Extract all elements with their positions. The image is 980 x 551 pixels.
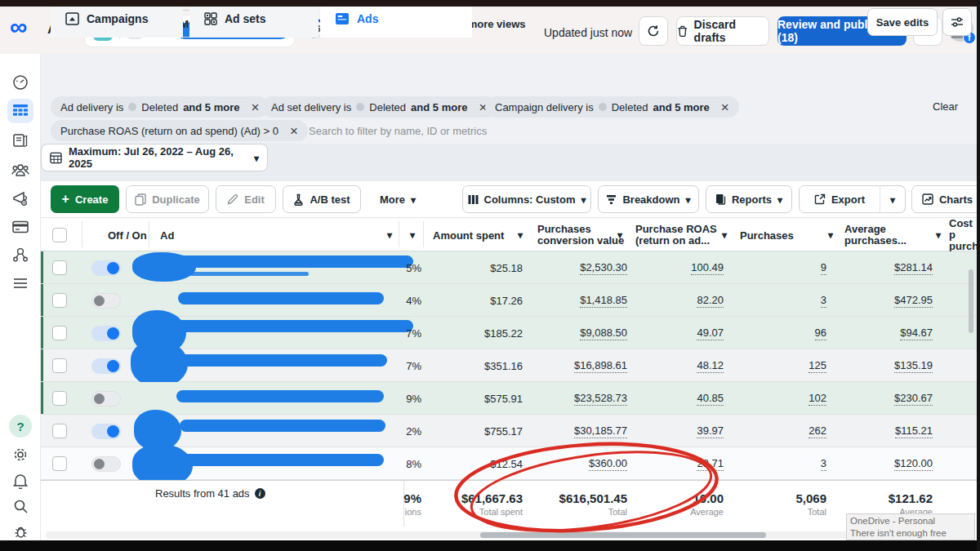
- metric-purchases[interactable]: 125: [808, 359, 826, 373]
- edit-button[interactable]: Edit: [216, 185, 276, 213]
- metric-purchases[interactable]: 102: [808, 392, 826, 406]
- metric-purchases[interactable]: 3: [821, 457, 826, 471]
- metric-average[interactable]: $230.67: [894, 392, 933, 406]
- create-button[interactable]: Create: [51, 185, 119, 213]
- sort-caret[interactable]: [518, 218, 523, 252]
- row-toggle-off[interactable]: [91, 456, 121, 472]
- horizontal-scrollbar-thumb[interactable]: [480, 532, 766, 538]
- view-settings-button[interactable]: [942, 8, 972, 36]
- breakdown-button[interactable]: Breakdown: [598, 185, 699, 213]
- metric-conversion-value[interactable]: $30,185.77: [574, 424, 627, 438]
- truncated-column-caret[interactable]: [410, 218, 415, 252]
- metric-average[interactable]: $281.14: [894, 261, 933, 275]
- ad-column-sort-caret[interactable]: [387, 218, 392, 252]
- column-header-ad[interactable]: Ad: [160, 218, 174, 252]
- clear-filters-link[interactable]: Clear: [933, 100, 958, 113]
- row-toggle-off[interactable]: [91, 293, 121, 309]
- metric-roas[interactable]: 48.12: [697, 359, 724, 373]
- metric-average[interactable]: $94.67: [900, 327, 933, 340]
- sort-caret[interactable]: [722, 218, 727, 252]
- metric-purchases[interactable]: 3: [821, 294, 826, 308]
- column-header-purchases-conversion-value[interactable]: Purchases conversion value: [537, 218, 624, 252]
- row-toggle-on[interactable]: [91, 326, 121, 341]
- sidebar-item-audiences[interactable]: [7, 158, 33, 182]
- metric-conversion-value[interactable]: $2,530.30: [580, 261, 627, 275]
- sidebar-item-search[interactable]: [7, 494, 33, 518]
- sidebar-item-all-tools[interactable]: [7, 271, 33, 295]
- filter-chip-ad-delivery[interactable]: Ad delivery is Deleted and 5 more: [51, 96, 269, 118]
- column-header-cost-per-purchase[interactable]: Cost p purch: [949, 218, 978, 252]
- sidebar-item-campaigns-selected[interactable]: [7, 99, 33, 123]
- metric-roas[interactable]: 40.85: [697, 392, 724, 406]
- duplicate-button[interactable]: Duplicate: [126, 185, 209, 213]
- row-checkbox[interactable]: [52, 293, 67, 308]
- vertical-scrollbar-thumb[interactable]: [969, 269, 973, 333]
- metric-roas[interactable]: 28.71: [697, 457, 724, 471]
- sidebar-item-account-overview[interactable]: [7, 70, 33, 95]
- sidebar-item-help[interactable]: ?: [7, 414, 33, 438]
- sidebar-item-notifications[interactable]: [7, 469, 33, 493]
- row-checkbox[interactable]: [52, 456, 67, 471]
- metric-conversion-value[interactable]: $360.00: [589, 457, 627, 471]
- table-row[interactable]: 5% $25.18 $2,530.30 100.49 9 $281.14: [41, 251, 977, 284]
- row-toggle-on[interactable]: [91, 424, 121, 439]
- table-row[interactable]: 8% $12.54 $360.00 28.71 3 $120.00: [41, 447, 977, 480]
- date-range-button[interactable]: Maximum: Jul 26, 2022 – Aug 26, 2025: [41, 144, 268, 171]
- metric-average[interactable]: $115.21: [895, 424, 933, 438]
- metric-average[interactable]: $120.00: [894, 457, 933, 471]
- filter-chip-roas[interactable]: Purchase ROAS (return on ad spend) (Ad) …: [51, 120, 308, 141]
- close-icon[interactable]: [251, 100, 259, 114]
- row-checkbox[interactable]: [52, 424, 67, 438]
- ab-test-button[interactable]: A/B test: [283, 185, 361, 213]
- table-row[interactable]: 2% $755.17 $30,185.77 39.97 262 $115.21: [41, 415, 977, 447]
- table-row[interactable]: 9% $575.91 $23,528.73 40.85 102 $230.67: [41, 382, 977, 415]
- metric-roas[interactable]: 100.49: [691, 261, 724, 275]
- table-row[interactable]: 4% $17.26 $1,418.85 82.20 3 $472.95: [41, 284, 977, 317]
- table-row[interactable]: 7% $185.22 $9,088.50 49.07 96 $94.67: [41, 317, 977, 349]
- export-dropdown-button[interactable]: [880, 185, 906, 213]
- metric-conversion-value[interactable]: $1,418.85: [580, 294, 627, 308]
- metric-roas[interactable]: 49.07: [697, 327, 724, 340]
- close-icon[interactable]: [290, 124, 298, 138]
- sidebar-item-ads-reporting[interactable]: [7, 128, 33, 153]
- metric-conversion-value[interactable]: $16,898.61: [574, 359, 627, 373]
- metric-roas[interactable]: 82.20: [697, 294, 724, 308]
- sort-caret[interactable]: [828, 218, 833, 252]
- filter-chip-campaign-delivery[interactable]: Campaign delivery is Deleted and 5 more: [485, 96, 739, 118]
- row-checkbox[interactable]: [52, 260, 67, 275]
- meta-logo-icon[interactable]: ∞: [10, 15, 27, 39]
- more-button[interactable]: More: [368, 185, 428, 213]
- sidebar-item-business-tools[interactable]: [7, 242, 33, 267]
- sidebar-item-advertise[interactable]: [7, 186, 33, 211]
- row-checkbox[interactable]: [52, 391, 67, 406]
- table-row[interactable]: 7% $351.16 $16,898.61 48.12 125 $135.19: [41, 349, 977, 382]
- row-toggle-on[interactable]: [91, 260, 121, 276]
- sort-caret[interactable]: [617, 218, 622, 252]
- metric-roas[interactable]: 39.97: [697, 424, 724, 438]
- export-button[interactable]: Export: [799, 185, 880, 213]
- save-edits-button[interactable]: Save edits: [867, 8, 938, 36]
- column-header-average-purchases[interactable]: Average purchases...: [844, 218, 906, 252]
- column-header-purchase-roas[interactable]: Purchase ROAS (return on ad...: [635, 218, 717, 252]
- sidebar-item-billing[interactable]: [7, 215, 33, 239]
- filter-chip-adset-delivery[interactable]: Ad set delivery is Deleted and 5 more: [261, 96, 497, 118]
- info-icon[interactable]: i: [255, 488, 265, 499]
- refresh-button[interactable]: [639, 16, 668, 46]
- column-header-purchases[interactable]: Purchases: [740, 218, 794, 252]
- column-header-amount-spent[interactable]: Amount spent: [433, 218, 504, 252]
- metric-purchases[interactable]: 9: [821, 261, 826, 275]
- row-toggle-off[interactable]: [91, 391, 121, 407]
- row-checkbox[interactable]: [52, 358, 67, 373]
- metric-average[interactable]: $472.95: [894, 294, 933, 308]
- metric-conversion-value[interactable]: $23,528.73: [574, 392, 627, 406]
- column-header-off-on[interactable]: Off / On: [108, 218, 147, 252]
- onedrive-notification[interactable]: OneDrive - Personal There isn't enough f…: [846, 513, 975, 540]
- select-all-checkbox[interactable]: [52, 228, 67, 242]
- discard-drafts-button[interactable]: Discard drafts: [676, 16, 769, 46]
- sidebar-item-settings[interactable]: [7, 442, 33, 467]
- reports-button[interactable]: Reports: [706, 185, 792, 213]
- metric-conversion-value[interactable]: $9,088.50: [580, 327, 627, 340]
- columns-button[interactable]: Columns: Custom: [462, 185, 591, 213]
- metric-purchases[interactable]: 262: [808, 424, 826, 438]
- sort-caret[interactable]: [936, 218, 941, 252]
